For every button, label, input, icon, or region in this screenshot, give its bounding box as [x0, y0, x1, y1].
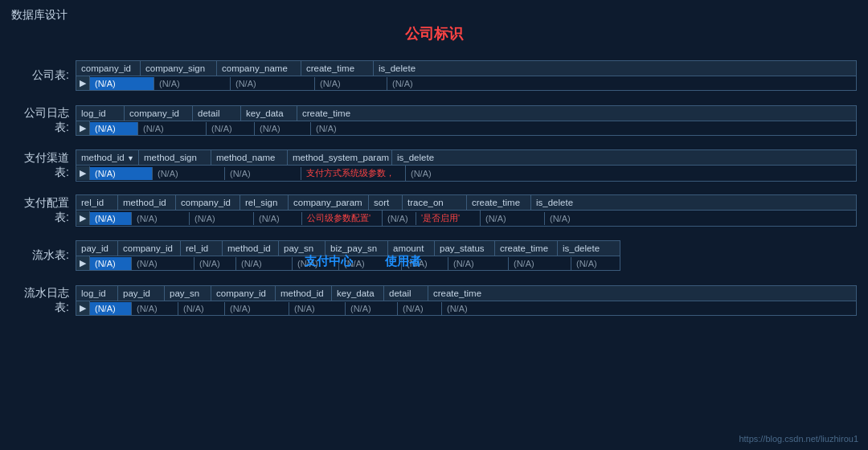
db-table: method_id ▼method_signmethod_namemethod_…	[76, 149, 857, 182]
col-header: log_id	[76, 106, 125, 121]
col-header: rel_sign	[240, 195, 289, 210]
col-header: method_id	[223, 241, 279, 256]
body-cell: (N/A)	[90, 302, 132, 315]
body-cell: (N/A)	[448, 257, 509, 270]
body-cell: (N/A)	[153, 167, 225, 180]
body-cell: (N/A)	[509, 257, 571, 270]
body-cell: (N/A)	[383, 212, 416, 225]
row-arrow: ▶	[76, 76, 90, 90]
row-arrow: ▶	[76, 211, 90, 225]
body-cell: (N/A)	[90, 212, 132, 225]
body-cell: (N/A)	[339, 257, 402, 270]
body-cell: (N/A)	[90, 257, 132, 270]
row-arrow: ▶	[76, 256, 90, 270]
body-cell: (N/A)	[254, 212, 302, 225]
db-table: log_idcompany_iddetailkey_datacreate_tim…	[76, 105, 857, 136]
body-cell: (N/A)	[132, 212, 190, 225]
col-header: company_id	[118, 241, 181, 256]
body-cell: '是否启用'	[416, 211, 481, 226]
body-cell: (N/A)	[442, 302, 506, 315]
body-cell: (N/A)	[398, 302, 442, 315]
body-cell: (N/A)	[293, 257, 339, 270]
col-header: pay_id	[118, 286, 165, 301]
col-header: sort	[369, 195, 403, 210]
table-row: 流水表:pay_idcompany_idrel_idmethod_idpay_s…	[11, 235, 857, 276]
table-row: 支付配置表:rel_idmethod_idcompany_idrel_signc…	[11, 190, 857, 231]
col-header: company_name	[217, 61, 301, 76]
col-header: company_id	[211, 286, 276, 301]
col-header: detail	[193, 106, 241, 121]
col-header: method_id	[118, 195, 176, 210]
body-cell: (N/A)	[231, 77, 315, 90]
row-arrow: ▶	[76, 166, 90, 180]
body-cell: (N/A)	[90, 77, 154, 90]
col-header: is_delete	[531, 195, 579, 210]
col-header: is_delete	[392, 150, 448, 165]
row-label: 公司日志表:	[11, 106, 69, 135]
body-cell: (N/A)	[236, 257, 293, 270]
body-cell: (N/A)	[194, 257, 236, 270]
body-cell: (N/A)	[315, 77, 387, 90]
col-header: detail	[384, 286, 428, 301]
body-cell: (N/A)	[132, 302, 178, 315]
body-cell: (N/A)	[154, 77, 231, 90]
col-header: create_time	[301, 61, 374, 76]
page-title: 数据库设计	[11, 8, 68, 22]
db-table: pay_idcompany_idrel_idmethod_idpay_snbiz…	[76, 240, 620, 271]
table-row: 公司表:company_idcompany_signcompany_namecr…	[11, 55, 857, 96]
col-header: pay_id	[76, 241, 118, 256]
row-arrow: ▶	[76, 301, 90, 315]
body-cell: 公司级参数配置'	[302, 211, 383, 226]
body-cell: (N/A)	[225, 167, 301, 180]
body-cell: 支付方式系统级参数，	[301, 166, 406, 181]
body-cell: (N/A)	[90, 167, 153, 180]
body-cell: (N/A)	[132, 257, 194, 270]
col-header: create_time	[428, 286, 493, 301]
body-cell: (N/A)	[346, 302, 398, 315]
table-row: 公司日志表:log_idcompany_iddetailkey_datacrea…	[11, 100, 857, 141]
watermark: https://blog.csdn.net/liuzhirou1	[739, 434, 858, 444]
body-cell: (N/A)	[571, 257, 620, 270]
col-header: create_time	[495, 241, 558, 256]
col-header: company_id	[76, 61, 141, 76]
col-header: company_id	[176, 195, 240, 210]
table-row: 流水日志表:log_idpay_idpay_sncompany_idmethod…	[11, 280, 857, 321]
col-header: create_time	[297, 106, 370, 121]
body-cell: (N/A)	[190, 212, 254, 225]
col-header: company_id	[125, 106, 193, 121]
col-header: trace_on	[403, 195, 467, 210]
col-header: key_data	[241, 106, 297, 121]
col-header: amount	[388, 241, 435, 256]
body-cell: (N/A)	[225, 302, 289, 315]
db-table: rel_idmethod_idcompany_idrel_signcompany…	[76, 194, 857, 227]
row-label: 支付配置表:	[11, 196, 69, 225]
table-row: 支付渠道表:method_id ▼method_signmethod_namem…	[11, 145, 857, 186]
body-cell: (N/A)	[311, 122, 383, 135]
body-cell: (N/A)	[406, 167, 462, 180]
col-header: method_name	[211, 150, 288, 165]
row-label: 流水日志表:	[11, 286, 69, 315]
col-header: is_delete	[558, 241, 606, 256]
col-header: key_data	[332, 286, 384, 301]
row-label: 支付渠道表:	[11, 151, 69, 180]
db-table: company_idcompany_signcompany_namecreate…	[76, 60, 857, 91]
body-cell: (N/A)	[207, 122, 255, 135]
col-header: pay_sn	[165, 286, 211, 301]
center-label: 公司标识	[11, 24, 857, 43]
body-cell: (N/A)	[387, 77, 444, 90]
col-header: pay_status	[435, 241, 495, 256]
body-cell: (N/A)	[138, 122, 207, 135]
body-cell: (N/A)	[289, 302, 346, 315]
col-header: rel_id	[76, 195, 118, 210]
body-cell: (N/A)	[178, 302, 225, 315]
body-cell: (N/A)	[255, 122, 311, 135]
row-label: 流水表:	[11, 248, 69, 263]
col-header: is_delete	[374, 61, 430, 76]
col-header: rel_id	[181, 241, 223, 256]
body-cell: (N/A)	[90, 122, 138, 135]
col-header: pay_sn	[279, 241, 326, 256]
col-header: company_param	[289, 195, 369, 210]
col-header: method_id	[276, 286, 332, 301]
body-cell: (N/A)	[402, 257, 448, 270]
col-header: method_system_param	[288, 150, 392, 165]
